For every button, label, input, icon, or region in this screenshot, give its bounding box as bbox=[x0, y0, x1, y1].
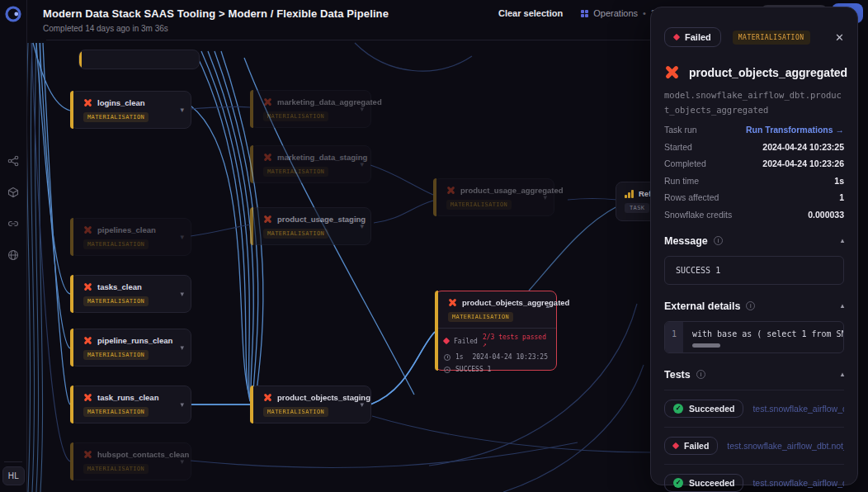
clear-selection-button[interactable]: Clear selection bbox=[498, 8, 563, 18]
chevron-down-icon[interactable]: ▾ bbox=[180, 234, 184, 241]
node-badge: MATERIALISATION bbox=[263, 407, 328, 417]
dbt-icon bbox=[263, 393, 272, 402]
node-badge: MATERIALISATION bbox=[83, 239, 149, 249]
test-status-label: Succeeded bbox=[689, 404, 734, 414]
collapse-icon[interactable]: ▴ bbox=[841, 237, 844, 244]
dbt-icon bbox=[83, 98, 92, 107]
user-avatar[interactable]: HL bbox=[2, 466, 25, 485]
node-name: marketing_data_aggregated bbox=[277, 97, 382, 106]
task-type-badge: TASK bbox=[625, 203, 649, 213]
test-link[interactable]: test.snowflake_airflow_dbt.not_null_pr bbox=[752, 478, 844, 488]
node-marketing-data-aggregated[interactable]: marketing_data_aggregated MATERIALISATIO… bbox=[250, 90, 371, 128]
materialisation-stripe bbox=[78, 50, 82, 69]
chevron-down-icon[interactable]: ▾ bbox=[180, 344, 184, 352]
dbt-icon bbox=[83, 450, 92, 459]
globe-icon[interactable] bbox=[7, 249, 19, 261]
node-name: task_runs_clean bbox=[97, 393, 158, 402]
chevron-down-icon[interactable]: ▾ bbox=[180, 401, 184, 409]
sidebar-nav bbox=[0, 155, 26, 261]
field-label: Task run bbox=[664, 125, 697, 135]
bi-chart-icon bbox=[625, 190, 634, 198]
chevron-down-icon[interactable]: ▾ bbox=[360, 161, 364, 168]
node-pipeline-runs-clean[interactable]: pipeline_runs_clean MATERIALISATION ▾ bbox=[70, 329, 191, 367]
test-status-label: Failed bbox=[684, 441, 709, 451]
node-logins-clean[interactable]: logins_clean MATERIALISATION ▾ bbox=[70, 91, 191, 129]
sql-code-line: with base as ( select 1 from SNOWFLAKE bbox=[692, 329, 838, 338]
node-badge: MATERIALISATION bbox=[83, 296, 149, 306]
chevron-down-icon[interactable]: ▾ bbox=[360, 401, 364, 409]
test-row: Failed test.snowflake_airflow_dbt.not_nu… bbox=[664, 428, 844, 465]
check-icon: ✓ bbox=[673, 478, 683, 488]
horizontal-scrollbar[interactable] bbox=[692, 343, 720, 348]
field-value: 1s bbox=[834, 176, 844, 186]
tests-section-header: Tests i ▴ bbox=[664, 369, 844, 381]
test-status-badge: ✓ Succeeded bbox=[664, 474, 743, 492]
node-marketing-data-staging[interactable]: marketing_data_staging MATERIALISATION ▾ bbox=[250, 145, 371, 183]
field-snowflake-credits: Snowflake credits 0.000033 bbox=[664, 210, 844, 220]
task-run-link[interactable]: Run Transformations → bbox=[746, 125, 844, 135]
chevron-down-icon[interactable]: ▾ bbox=[360, 106, 364, 113]
node-pipelines-clean[interactable]: pipelines_clean MATERIALISATION ▾ bbox=[70, 218, 191, 256]
dot-separator: • bbox=[643, 8, 646, 18]
chevron-down-icon[interactable]: ▾ bbox=[180, 291, 184, 298]
node-partial-top[interactable] bbox=[78, 50, 200, 69]
materialisation-stripe bbox=[250, 207, 253, 245]
node-hubspot-contacts-clean[interactable]: hubspot_contacts_clean MATERIALISATION ▾ bbox=[70, 442, 191, 480]
node-product-objects-aggregated-selected[interactable]: product_objects_aggregated MATERIALISATI… bbox=[435, 291, 557, 371]
check-icon: ✓ bbox=[673, 404, 683, 414]
field-label: Completed bbox=[664, 158, 706, 168]
test-status-badge: Failed bbox=[664, 437, 718, 455]
test-link[interactable]: test.snowflake_airflow_dbt.not_null_pr bbox=[727, 441, 844, 451]
node-name: tasks_clean bbox=[97, 282, 142, 291]
chevron-down-icon[interactable]: ▾ bbox=[543, 194, 547, 201]
operations-grid-icon bbox=[581, 10, 588, 17]
node-product-objects-staging[interactable]: product_objects_staging MATERIALISATION … bbox=[250, 386, 371, 423]
external-details-section-header: External details i ▴ bbox=[664, 300, 844, 312]
pipeline-graph-icon[interactable] bbox=[7, 155, 19, 167]
sidebar: HL bbox=[0, 0, 27, 492]
chevron-down-icon[interactable]: ▾ bbox=[180, 106, 184, 114]
node-product-usage-staging[interactable]: product_usage_staging MATERIALISATION ▾ bbox=[250, 207, 371, 245]
test-row: ✓ Succeeded test.snowflake_airflow_dbt.u… bbox=[664, 390, 844, 428]
materialisation-stripe bbox=[70, 386, 73, 423]
node-divider bbox=[436, 328, 556, 329]
node-tasks-clean[interactable]: tasks_clean MATERIALISATION ▾ bbox=[70, 275, 191, 313]
node-timestamp: 2024-04-24 10:23:25 bbox=[472, 353, 548, 361]
message-status-icon bbox=[444, 367, 451, 373]
chevron-up-icon[interactable]: ▴ bbox=[545, 302, 550, 310]
panel-title: product_objects_aggregated bbox=[689, 66, 847, 79]
link-icon[interactable] bbox=[7, 218, 19, 229]
tests-summary-link[interactable]: 2/3 tests passed ↗ bbox=[483, 334, 548, 348]
collapse-icon[interactable]: ▴ bbox=[841, 302, 844, 310]
orchestra-logo-icon[interactable] bbox=[4, 5, 22, 23]
section-title: External details bbox=[664, 300, 740, 312]
cube-icon[interactable] bbox=[7, 187, 19, 198]
node-product-usage-aggregated[interactable]: product_usage_aggregated MATERIALISATION… bbox=[433, 178, 554, 216]
failed-diamond-icon bbox=[673, 34, 680, 40]
chevron-down-icon[interactable]: ▾ bbox=[360, 223, 364, 230]
node-message: SUCCESS 1 bbox=[455, 366, 491, 373]
materialisation-stripe bbox=[70, 442, 73, 480]
run-status-subtitle: Completed 14 days ago in 3m 36s bbox=[43, 24, 389, 33]
sql-code-block: 1 with base as ( select 1 from SNOWFLAKE bbox=[664, 321, 844, 353]
node-name: pipeline_runs_clean bbox=[97, 336, 172, 345]
app-root: { "icons": { "close": "✕", "chevron_down… bbox=[0, 0, 868, 492]
test-row: ✓ Succeeded test.snowflake_airflow_dbt.n… bbox=[664, 465, 844, 492]
dbt-icon bbox=[263, 97, 272, 106]
test-link[interactable]: test.snowflake_airflow_dbt.unique_pro bbox=[752, 404, 844, 414]
close-icon[interactable]: ✕ bbox=[835, 31, 844, 44]
chevron-down-icon[interactable]: ▾ bbox=[180, 458, 184, 466]
dbt-icon bbox=[83, 336, 92, 345]
sidebar-divider bbox=[4, 461, 22, 462]
dbt-icon bbox=[83, 393, 92, 402]
clock-icon bbox=[444, 354, 451, 361]
materialisation-stripe bbox=[435, 291, 438, 371]
field-label: Rows affected bbox=[664, 192, 719, 202]
operations-label[interactable]: Operations bbox=[593, 8, 638, 18]
field-run-time: Run time 1s bbox=[664, 176, 844, 186]
node-task-runs-clean[interactable]: task_runs_clean MATERIALISATION ▾ bbox=[70, 386, 191, 423]
info-icon: i bbox=[746, 301, 755, 310]
collapse-icon[interactable]: ▴ bbox=[841, 371, 844, 378]
materialisation-badge: MATERIALISATION bbox=[733, 31, 810, 45]
node-badge: MATERIALISATION bbox=[83, 464, 149, 474]
